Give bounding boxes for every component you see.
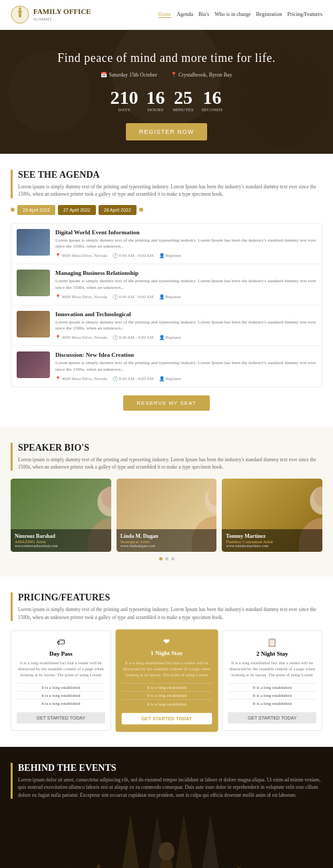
agenda-content-2: Innovation and Technological Lorem ipsum… bbox=[55, 311, 316, 341]
price-feature-2-2: It is a long established bbox=[228, 699, 316, 707]
speakers-title: SPEAKER BIO'S bbox=[18, 443, 322, 453]
pricing-title: PRICING/FEATURES bbox=[18, 592, 322, 603]
agenda-meta-0: 📍 4008 Mesa Drive, Nevada 🕐 8:40 AM - 9:… bbox=[55, 253, 316, 258]
speaker-card-1: Linda M. Dugan Strategical Artist www.li… bbox=[117, 479, 217, 552]
price-btn-2[interactable]: Get started today bbox=[228, 712, 316, 724]
svg-point-1 bbox=[19, 7, 21, 10]
agenda-img-2 bbox=[17, 311, 50, 337]
agenda-tab-0[interactable]: 26 April 2022 bbox=[17, 205, 55, 215]
pricing-header: PRICING/FEATURES Lorem ipsum is simply d… bbox=[11, 592, 322, 621]
agenda-location-1: 📍 4008 Mesa Drive, Nevada bbox=[55, 294, 107, 300]
price-btn-0[interactable]: Get started today bbox=[17, 712, 105, 724]
speaker-card-0: Nimrouz Barshad AMAZING Artist www.nimro… bbox=[11, 479, 111, 552]
reserve-seat-button[interactable]: RESERVE MY SEAT bbox=[123, 395, 210, 411]
nav-bios[interactable]: Bio's bbox=[198, 11, 209, 18]
speaker-overlay-0: Nimrouz Barshad AMAZING Artist www.nimro… bbox=[11, 529, 111, 552]
price-desc-0: It is a long established fact that a rea… bbox=[17, 660, 105, 678]
speaker-dot-2[interactable] bbox=[171, 557, 174, 560]
nav-home[interactable]: Home bbox=[159, 11, 172, 18]
price-card-2: 📋 2 Night Stay It is a long established … bbox=[222, 630, 322, 731]
register-button[interactable]: REGISTER NOW bbox=[126, 123, 208, 140]
speaker-overlay-1: Linda M. Dugan Strategical Artist www.li… bbox=[117, 529, 217, 552]
speaker-img-0: Nimrouz Barshad AMAZING Artist www.nimro… bbox=[11, 479, 111, 552]
hero-title: Find peace of mind and more time for lif… bbox=[13, 51, 320, 65]
price-feature-0-0: It is a long established bbox=[17, 683, 105, 691]
nav-who[interactable]: Who is in charge bbox=[214, 11, 250, 18]
speaker-img-1: Linda M. Dugan Strategical Artist www.li… bbox=[117, 479, 217, 552]
behind-title: BEHIND THE EVENTS bbox=[18, 763, 322, 773]
price-title-0: Day Pass bbox=[17, 650, 105, 657]
behind-header: BEHIND THE EVENTS Lorem ipsum dolor sit … bbox=[11, 763, 322, 799]
agenda-content-1: Managing Business Relationship Lorem ips… bbox=[55, 270, 316, 300]
price-feature-2-0: It is a long established bbox=[228, 683, 316, 691]
price-desc-1: It is a long established fact that a rea… bbox=[121, 659, 211, 678]
agenda-location-2: 📍 4008 Mesa Drive, Nevada bbox=[55, 335, 107, 340]
agenda-time-0: 🕐 8:40 AM - 9:00 AM bbox=[113, 253, 154, 258]
hero-location: Crystalbrook, Byron Bay bbox=[170, 72, 232, 78]
price-icon-1: ❤ bbox=[121, 637, 211, 647]
agenda-tab-2[interactable]: 28 April 2022 bbox=[99, 205, 137, 215]
agenda-img-3 bbox=[17, 351, 50, 378]
agenda-level-3: 👤 Beginner bbox=[159, 376, 181, 381]
navigation: FAMILY OFFICE SUMMIT Home Agenda Bio's W… bbox=[0, 0, 333, 30]
speaker-role-0: AMAZING Artist bbox=[15, 539, 107, 544]
price-desc-2: It is a long established fact that a rea… bbox=[228, 660, 316, 678]
agenda-item-title-2: Innovation and Technological bbox=[55, 311, 316, 318]
agenda-tabs: 26 April 2022 27 April 2022 28 April 202… bbox=[11, 205, 322, 215]
agenda-level-0: 👤 Beginner bbox=[159, 253, 181, 258]
agenda-content-3: Discussion: New Idea Creation Lorem ipsu… bbox=[55, 351, 316, 381]
speaker-dot-0[interactable] bbox=[159, 557, 163, 560]
nav-registration[interactable]: Registration bbox=[256, 11, 282, 18]
agenda-item-desc-1: Lorem ipsum is simply dummy text of the … bbox=[55, 278, 316, 292]
price-feature-0-1: It is a long established bbox=[17, 691, 105, 699]
agenda-desc: Lorem ipsum is simply dummy text of the … bbox=[18, 183, 322, 198]
price-icon-0: 🏷 bbox=[17, 638, 105, 648]
price-feature-2-1: It is a long established bbox=[228, 691, 316, 699]
agenda-item-2: Innovation and Technological Lorem ipsum… bbox=[11, 306, 322, 347]
agenda-item-0: Digital World Event Information Lorem ip… bbox=[11, 224, 322, 265]
nav-agenda[interactable]: Agenda bbox=[176, 11, 193, 18]
countdown-minutes: 25 Minutes bbox=[172, 89, 193, 112]
agenda-img-0 bbox=[17, 229, 50, 256]
hero-meta: Saturday 15th October Crystalbrook, Byro… bbox=[13, 72, 320, 78]
agenda-header: SEE THE AGENDA Lorem ipsum is simply dum… bbox=[11, 170, 322, 198]
pricing-section: PRICING/FEATURES Lorem ipsum is simply d… bbox=[0, 576, 333, 747]
agenda-meta-3: 📍 4008 Mesa Drive, Nevada 🕐 8:40 AM - 9:… bbox=[55, 376, 316, 381]
agenda-item-desc-3: Lorem ipsum is simply dummy text of the … bbox=[55, 360, 316, 373]
price-title-1: 1 Night Stay bbox=[121, 650, 211, 656]
price-card-0: 🏷 Day Pass It is a long established fact… bbox=[11, 630, 111, 731]
speaker-role-1: Strategical Artist bbox=[121, 539, 213, 544]
agenda-meta-1: 📍 4008 Mesa Drive, Nevada 🕐 8:40 AM - 9:… bbox=[55, 294, 316, 300]
speakers-desc: Lorem ipsum is simply dummy text of the … bbox=[18, 456, 322, 471]
agenda-item-1: Managing Business Relationship Lorem ips… bbox=[11, 264, 322, 306]
speaker-dot-1[interactable] bbox=[165, 557, 168, 560]
agenda-tab-1[interactable]: 27 April 2022 bbox=[58, 205, 96, 215]
agenda-level-2: 👤 Beginner bbox=[159, 335, 181, 340]
behind-section: BEHIND THE EVENTS Lorem ipsum dolor sit … bbox=[0, 747, 333, 868]
price-icon-2: 📋 bbox=[228, 638, 316, 648]
nav-pricing[interactable]: Pricing/Features bbox=[288, 11, 322, 18]
agenda-item-desc-0: Lorem ipsum is simply dummy text of the … bbox=[55, 238, 316, 251]
price-card-1: ❤ 1 Night Stay It is a long established … bbox=[115, 629, 218, 732]
speaker-card-2: Tommy Martinez Flamboy Conceptual Artist… bbox=[222, 479, 322, 552]
speaker-name-1: Linda M. Dugan bbox=[121, 533, 213, 539]
logo[interactable]: FAMILY OFFICE SUMMIT bbox=[11, 5, 91, 24]
speaker-social-2: www.tommymartinez.com bbox=[226, 544, 318, 548]
countdown-seconds: 16 Seconds bbox=[202, 89, 223, 112]
price-feature-0-2: It is a long established bbox=[17, 699, 105, 707]
agenda-item-desc-2: Lorem ipsum is simply dummy text of the … bbox=[55, 320, 316, 333]
agenda-list: Digital World Event Information Lorem ip… bbox=[11, 223, 322, 387]
agenda-time-3: 🕐 8:40 AM - 9:00 AM bbox=[113, 376, 154, 381]
speaker-overlay-2: Tommy Martinez Flamboy Conceptual Artist… bbox=[222, 529, 322, 552]
agenda-section: SEE THE AGENDA Lorem ipsum is simply dum… bbox=[0, 154, 333, 427]
speakers-header: SPEAKER BIO'S Lorem ipsum is simply dumm… bbox=[11, 443, 322, 471]
countdown-hours: 16 Hours bbox=[146, 89, 165, 112]
svg-point-20 bbox=[159, 842, 174, 861]
speaker-social-1: www.lindadugan.com bbox=[121, 544, 213, 548]
agenda-img-1 bbox=[17, 270, 50, 296]
speaker-carousel-dots bbox=[11, 557, 322, 560]
speakers-grid: Nimrouz Barshad AMAZING Artist www.nimro… bbox=[11, 479, 322, 552]
countdown-days: 210 Days bbox=[110, 89, 138, 112]
price-feature-1-1: It is a long established bbox=[121, 691, 211, 699]
price-btn-1[interactable]: GET STARTED TODAY bbox=[121, 713, 211, 724]
